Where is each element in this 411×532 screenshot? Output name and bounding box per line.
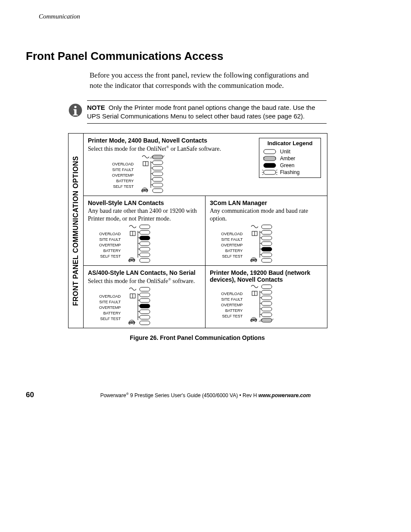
svg-rect-88: [140, 304, 150, 308]
section-heading: Front Panel Communications Access: [26, 50, 370, 63]
svg-rect-78: [262, 258, 272, 262]
svg-rect-23: [153, 177, 163, 181]
svg-rect-77: [262, 253, 272, 257]
cell-c-title: 3Com LAN Manager: [210, 199, 323, 206]
svg-rect-19: [153, 166, 163, 170]
cell-c-desc: Any communication mode and baud rate opt…: [210, 207, 323, 222]
footer-pubinfo: Powerware® 9 Prestige Series User's Guid…: [0, 392, 411, 398]
svg-rect-92: [140, 315, 150, 319]
note-label: NOTE: [87, 104, 105, 111]
cell-b-panel: OVERLOADSITE FAULTOVERTEMPBATTERYSELF TE…: [99, 224, 201, 263]
running-header: Communication: [39, 13, 370, 20]
svg-rect-84: [140, 293, 150, 297]
svg-rect-58: [140, 242, 150, 246]
svg-rect-49: [140, 225, 150, 229]
svg-rect-25: [153, 183, 163, 187]
svg-rect-73: [262, 242, 272, 246]
svg-rect-56: [140, 236, 150, 240]
svg-rect-86: [140, 299, 150, 302]
svg-rect-62: [140, 253, 150, 257]
cell-e-panel: OVERLOADSITE FAULTOVERTEMPBATTERYSELF TE…: [221, 284, 323, 323]
svg-rect-64: [262, 225, 272, 229]
svg-rect-107: [262, 313, 272, 317]
svg-rect-69: [262, 230, 272, 234]
cell-e-title: Printer Mode, 19200 Baud (network device…: [210, 269, 323, 283]
svg-rect-63: [140, 258, 150, 262]
svg-rect-71: [262, 236, 272, 240]
svg-rect-27: [264, 149, 276, 154]
svg-rect-17: [153, 161, 163, 165]
svg-rect-60: [140, 247, 150, 251]
cell-b-desc: Any baud rate other than 2400 or 19200 w…: [88, 207, 201, 222]
indicator-legend: Indicator Legend UnlitAmberGreenFlashing: [259, 138, 321, 178]
cell-c-panel: OVERLOADSITE FAULTOVERTEMPBATTERYSELF TE…: [221, 224, 323, 263]
svg-rect-75: [262, 247, 272, 251]
svg-rect-90: [140, 310, 150, 314]
cell-b-title: Novell-Style LAN Contacts: [88, 199, 201, 206]
svg-line-48: [276, 174, 277, 175]
svg-rect-105: [262, 307, 272, 311]
info-icon: [68, 103, 83, 118]
svg-rect-42: [264, 170, 276, 174]
svg-rect-79: [140, 287, 150, 291]
svg-rect-93: [140, 321, 150, 325]
cell-d-panel: OVERLOADSITE FAULTOVERTEMPBATTERYSELF TE…: [99, 286, 201, 325]
cell-d-title: AS/400-Style LAN Contacts, No Serial: [88, 269, 201, 276]
intro-paragraph: Before you access the front panel, revie…: [90, 70, 322, 91]
svg-line-45: [262, 174, 264, 175]
svg-rect-99: [262, 290, 272, 294]
figure-box: FRONT PANEL COMMUNICATION OPTIONS Printe…: [68, 133, 327, 328]
svg-rect-21: [153, 172, 163, 176]
note-block: NOTE Only the Printer mode front panel o…: [68, 100, 327, 124]
svg-rect-26: [153, 189, 163, 193]
figure-caption: Figure 26. Front Panel Communication Opt…: [68, 334, 327, 341]
svg-line-46: [276, 170, 277, 171]
figure-side-label: FRONT PANEL COMMUNICATION OPTIONS: [68, 134, 84, 328]
svg-line-43: [262, 170, 264, 171]
cell-d-desc: Select this mode for the OnliSafe® softw…: [88, 277, 201, 285]
svg-rect-101: [262, 296, 272, 300]
svg-rect-41: [264, 163, 276, 168]
svg-rect-54: [140, 230, 150, 234]
svg-rect-94: [262, 285, 272, 289]
svg-rect-103: [262, 302, 272, 305]
note-body: Only the Printer mode front panel option…: [87, 104, 315, 120]
svg-point-1: [74, 106, 76, 108]
